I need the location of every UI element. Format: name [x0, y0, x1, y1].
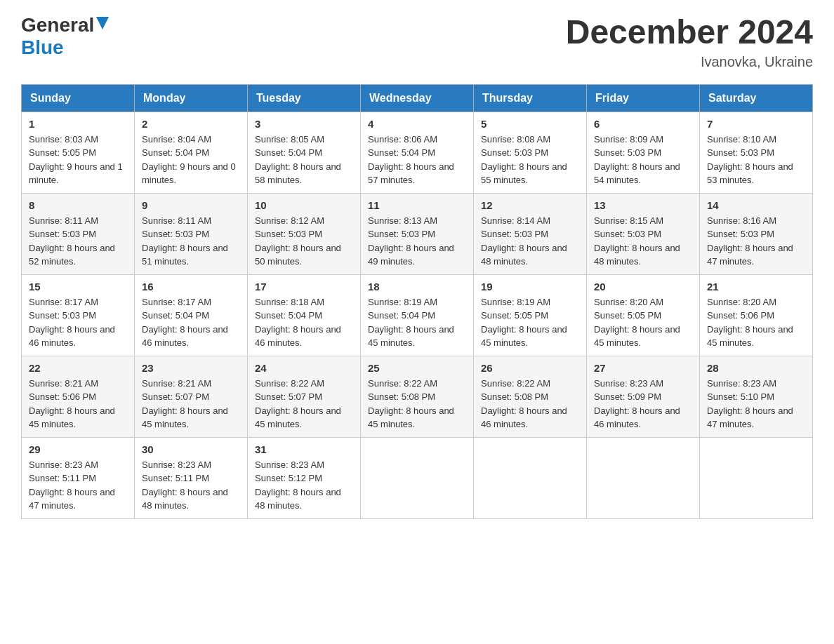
sunrise-label: Sunrise: 8:20 AM [594, 297, 663, 307]
day-info: Sunrise: 8:09 AM Sunset: 5:03 PM Dayligh… [594, 133, 692, 187]
day-info: Sunrise: 8:20 AM Sunset: 5:06 PM Dayligh… [707, 295, 805, 350]
day-info: Sunrise: 8:17 AM Sunset: 5:03 PM Dayligh… [29, 295, 127, 350]
calendar-cell: 16 Sunrise: 8:17 AM Sunset: 5:04 PM Dayl… [135, 274, 248, 356]
sunset-label: Sunset: 5:03 PM [481, 147, 548, 158]
day-info: Sunrise: 8:08 AM Sunset: 5:03 PM Dayligh… [481, 133, 579, 187]
calendar-cell: 21 Sunrise: 8:20 AM Sunset: 5:06 PM Dayl… [700, 274, 813, 356]
sunset-label: Sunset: 5:04 PM [142, 310, 209, 321]
sunrise-label: Sunrise: 8:18 AM [255, 297, 324, 307]
day-number: 21 [707, 281, 805, 293]
calendar-cell: 24 Sunrise: 8:22 AM Sunset: 5:07 PM Dayl… [248, 356, 361, 437]
calendar-week-row: 15 Sunrise: 8:17 AM Sunset: 5:03 PM Dayl… [22, 274, 813, 356]
col-monday: Monday [135, 84, 248, 112]
day-number: 30 [142, 443, 240, 455]
daylight-label: Daylight: 8 hours and 45 minutes. [142, 405, 228, 430]
svg-marker-0 [96, 17, 109, 29]
daylight-label: Daylight: 8 hours and 45 minutes. [594, 324, 680, 349]
day-info: Sunrise: 8:23 AM Sunset: 5:12 PM Dayligh… [255, 458, 353, 513]
sunrise-label: Sunrise: 8:19 AM [368, 297, 437, 307]
sunset-label: Sunset: 5:10 PM [707, 391, 774, 402]
day-number: 25 [368, 362, 466, 374]
sunset-label: Sunset: 5:11 PM [29, 473, 96, 483]
sunset-label: Sunset: 5:04 PM [255, 147, 322, 158]
sunrise-label: Sunrise: 8:10 AM [707, 134, 776, 145]
sunrise-label: Sunrise: 8:06 AM [368, 134, 437, 145]
sunset-label: Sunset: 5:03 PM [707, 229, 774, 239]
calendar-cell: 4 Sunrise: 8:06 AM Sunset: 5:04 PM Dayli… [361, 112, 474, 193]
sunrise-label: Sunrise: 8:11 AM [142, 215, 211, 226]
sunset-label: Sunset: 5:03 PM [29, 229, 96, 239]
sunrise-label: Sunrise: 8:03 AM [29, 134, 98, 145]
calendar-cell: 18 Sunrise: 8:19 AM Sunset: 5:04 PM Dayl… [361, 274, 474, 356]
sunset-label: Sunset: 5:12 PM [255, 473, 322, 483]
day-number: 19 [481, 281, 579, 293]
col-thursday: Thursday [474, 84, 587, 112]
sunrise-label: Sunrise: 8:11 AM [29, 215, 98, 226]
calendar-cell: 15 Sunrise: 8:17 AM Sunset: 5:03 PM Dayl… [22, 274, 135, 356]
calendar-cell: 17 Sunrise: 8:18 AM Sunset: 5:04 PM Dayl… [248, 274, 361, 356]
day-info: Sunrise: 8:04 AM Sunset: 5:04 PM Dayligh… [142, 133, 240, 187]
daylight-label: Daylight: 8 hours and 45 minutes. [481, 324, 567, 349]
daylight-label: Daylight: 8 hours and 46 minutes. [255, 324, 341, 349]
day-number: 3 [255, 118, 353, 130]
sunrise-label: Sunrise: 8:12 AM [255, 215, 324, 226]
day-number: 6 [594, 118, 692, 130]
calendar-cell: 5 Sunrise: 8:08 AM Sunset: 5:03 PM Dayli… [474, 112, 587, 193]
day-info: Sunrise: 8:23 AM Sunset: 5:11 PM Dayligh… [142, 458, 240, 513]
calendar-cell [700, 437, 813, 518]
sunrise-label: Sunrise: 8:05 AM [255, 134, 324, 145]
daylight-label: Daylight: 8 hours and 48 minutes. [481, 243, 567, 267]
calendar-header-row: Sunday Monday Tuesday Wednesday Thursday… [22, 84, 813, 112]
day-info: Sunrise: 8:03 AM Sunset: 5:05 PM Dayligh… [29, 133, 127, 187]
sunrise-label: Sunrise: 8:23 AM [255, 459, 324, 470]
daylight-label: Daylight: 8 hours and 48 minutes. [255, 487, 341, 511]
day-info: Sunrise: 8:05 AM Sunset: 5:04 PM Dayligh… [255, 133, 353, 187]
daylight-label: Daylight: 8 hours and 47 minutes. [707, 405, 793, 430]
day-number: 9 [142, 199, 240, 211]
sunrise-label: Sunrise: 8:17 AM [142, 297, 211, 307]
day-number: 1 [29, 118, 127, 130]
day-info: Sunrise: 8:15 AM Sunset: 5:03 PM Dayligh… [594, 214, 692, 269]
sunset-label: Sunset: 5:04 PM [368, 310, 435, 321]
day-info: Sunrise: 8:16 AM Sunset: 5:03 PM Dayligh… [707, 214, 805, 269]
sunrise-label: Sunrise: 8:04 AM [142, 134, 211, 145]
day-number: 13 [594, 199, 692, 211]
day-number: 14 [707, 199, 805, 211]
sunset-label: Sunset: 5:06 PM [29, 391, 96, 402]
title-section: December 2024 Ivanovka, Ukraine [566, 14, 813, 70]
location-subtitle: Ivanovka, Ukraine [566, 54, 813, 70]
page-header: General Blue December 2024 Ivanovka, Ukr… [21, 14, 813, 70]
calendar-cell: 30 Sunrise: 8:23 AM Sunset: 5:11 PM Dayl… [135, 437, 248, 518]
daylight-label: Daylight: 8 hours and 46 minutes. [142, 324, 228, 349]
sunrise-label: Sunrise: 8:09 AM [594, 134, 663, 145]
calendar-cell: 26 Sunrise: 8:22 AM Sunset: 5:08 PM Dayl… [474, 356, 587, 437]
day-number: 10 [255, 199, 353, 211]
col-tuesday: Tuesday [248, 84, 361, 112]
day-info: Sunrise: 8:12 AM Sunset: 5:03 PM Dayligh… [255, 214, 353, 269]
day-number: 23 [142, 362, 240, 374]
day-info: Sunrise: 8:22 AM Sunset: 5:08 PM Dayligh… [481, 377, 579, 431]
daylight-label: Daylight: 8 hours and 54 minutes. [594, 161, 680, 186]
col-wednesday: Wednesday [361, 84, 474, 112]
day-number: 15 [29, 281, 127, 293]
daylight-label: Daylight: 8 hours and 51 minutes. [142, 243, 228, 267]
sunset-label: Sunset: 5:05 PM [29, 147, 96, 158]
daylight-label: Daylight: 9 hours and 0 minutes. [142, 161, 236, 186]
calendar-cell: 25 Sunrise: 8:22 AM Sunset: 5:08 PM Dayl… [361, 356, 474, 437]
daylight-label: Daylight: 8 hours and 48 minutes. [594, 243, 680, 267]
sunset-label: Sunset: 5:04 PM [368, 147, 435, 158]
sunrise-label: Sunrise: 8:22 AM [368, 378, 437, 389]
daylight-label: Daylight: 8 hours and 47 minutes. [29, 487, 115, 511]
daylight-label: Daylight: 8 hours and 49 minutes. [368, 243, 454, 267]
daylight-label: Daylight: 8 hours and 45 minutes. [707, 324, 793, 349]
daylight-label: Daylight: 8 hours and 46 minutes. [481, 405, 567, 430]
daylight-label: Daylight: 8 hours and 48 minutes. [142, 487, 228, 511]
sunset-label: Sunset: 5:04 PM [255, 310, 322, 321]
sunset-label: Sunset: 5:03 PM [368, 229, 435, 239]
calendar-cell: 3 Sunrise: 8:05 AM Sunset: 5:04 PM Dayli… [248, 112, 361, 193]
day-number: 12 [481, 199, 579, 211]
day-info: Sunrise: 8:23 AM Sunset: 5:09 PM Dayligh… [594, 377, 692, 431]
sunset-label: Sunset: 5:05 PM [594, 310, 661, 321]
day-number: 24 [255, 362, 353, 374]
col-friday: Friday [587, 84, 700, 112]
